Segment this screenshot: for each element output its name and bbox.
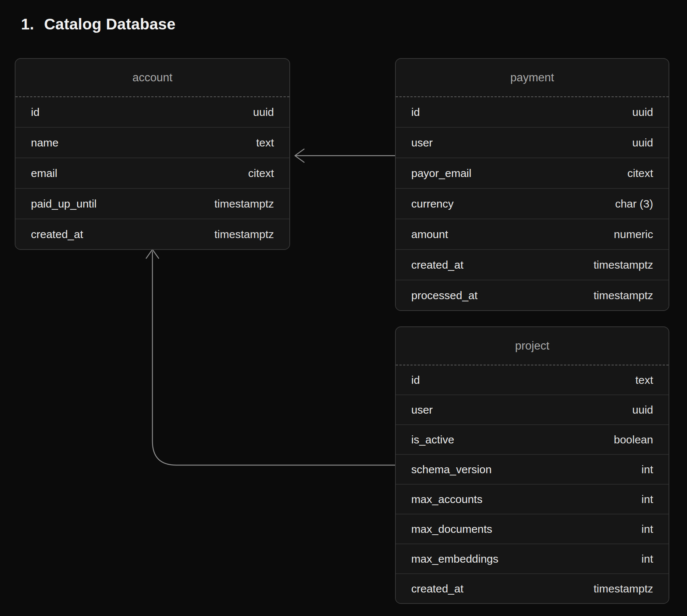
field-name: email bbox=[31, 167, 57, 180]
table-row: max_documentsint bbox=[396, 514, 669, 544]
relationship-project-account bbox=[146, 249, 395, 465]
field-type: int bbox=[641, 553, 653, 565]
table-row: created_attimestamptz bbox=[396, 249, 669, 280]
table-row: useruuid bbox=[396, 127, 669, 157]
field-name: name bbox=[31, 137, 59, 149]
field-type: timestamptz bbox=[593, 289, 653, 302]
field-type: int bbox=[641, 493, 653, 506]
field-name: id bbox=[31, 106, 39, 118]
field-type: char (3) bbox=[615, 198, 653, 210]
field-type: uuid bbox=[253, 106, 274, 118]
field-type: timestamptz bbox=[593, 259, 653, 271]
field-name: id bbox=[411, 374, 420, 386]
table-row: nametext bbox=[15, 127, 289, 157]
field-type: numeric bbox=[614, 228, 653, 241]
table-project-rows: idtextuseruuidis_activebooleanschema_ver… bbox=[396, 365, 669, 603]
field-name: max_documents bbox=[411, 523, 492, 535]
page-title-number: 1. bbox=[21, 15, 34, 33]
field-type: int bbox=[641, 463, 653, 476]
table-account-rows: iduuidnametextemailcitextpaid_up_untilti… bbox=[15, 97, 289, 249]
field-name: schema_version bbox=[411, 463, 492, 476]
field-type: citext bbox=[627, 167, 653, 180]
table-row: paid_up_untiltimestamptz bbox=[15, 188, 289, 219]
field-name: created_at bbox=[411, 259, 464, 271]
table-project[interactable]: project idtextuseruuidis_activebooleansc… bbox=[395, 326, 669, 604]
table-row: is_activeboolean bbox=[396, 424, 669, 454]
table-title: account bbox=[133, 71, 173, 84]
field-type: text bbox=[256, 137, 274, 149]
table-row: amountnumeric bbox=[396, 219, 669, 249]
table-row: schema_versionint bbox=[396, 454, 669, 484]
table-account[interactable]: account iduuidnametextemailcitextpaid_up… bbox=[15, 58, 290, 250]
field-name: created_at bbox=[411, 583, 464, 595]
field-name: user bbox=[411, 404, 433, 416]
field-type: uuid bbox=[632, 404, 653, 416]
field-type: boolean bbox=[614, 433, 653, 446]
field-name: payor_email bbox=[411, 167, 471, 180]
table-payment-rows: iduuiduseruuidpayor_emailcitextcurrencyc… bbox=[396, 97, 669, 310]
table-row: processed_attimestamptz bbox=[396, 280, 669, 310]
table-row: max_embeddingsint bbox=[396, 544, 669, 573]
field-name: max_accounts bbox=[411, 493, 482, 506]
relationship-line bbox=[152, 252, 395, 465]
table-row: created_attimestamptz bbox=[15, 219, 289, 249]
relationship-payment-account bbox=[295, 149, 395, 162]
table-title: payment bbox=[510, 71, 554, 84]
page-title-text: Catalog Database bbox=[44, 15, 176, 33]
field-type: uuid bbox=[632, 106, 653, 118]
field-name: paid_up_until bbox=[31, 198, 97, 210]
table-row: payor_emailcitext bbox=[396, 157, 669, 188]
table-row: emailcitext bbox=[15, 157, 289, 188]
field-type: citext bbox=[248, 167, 274, 180]
field-name: amount bbox=[411, 228, 448, 241]
field-name: user bbox=[411, 137, 433, 149]
field-name: id bbox=[411, 106, 420, 118]
table-row: iduuid bbox=[396, 97, 669, 127]
table-row: useruuid bbox=[396, 394, 669, 424]
field-type: timestamptz bbox=[214, 198, 274, 210]
table-row: created_attimestamptz bbox=[396, 573, 669, 603]
field-type: text bbox=[635, 374, 653, 386]
table-row: max_accountsint bbox=[396, 484, 669, 514]
table-title: project bbox=[515, 339, 549, 353]
field-type: uuid bbox=[632, 137, 653, 149]
field-name: currency bbox=[411, 198, 454, 210]
field-type: timestamptz bbox=[214, 228, 274, 241]
field-type: int bbox=[641, 523, 653, 535]
table-account-header[interactable]: account bbox=[15, 59, 289, 97]
page-title: 1. Catalog Database bbox=[21, 15, 176, 33]
field-name: is_active bbox=[411, 433, 454, 446]
diagram-canvas[interactable]: 1. Catalog Database account iduuidnamete… bbox=[0, 0, 687, 616]
table-row: idtext bbox=[396, 365, 669, 394]
table-row: iduuid bbox=[15, 97, 289, 127]
arrowhead-up-icon bbox=[146, 249, 159, 258]
table-payment[interactable]: payment iduuiduseruuidpayor_emailcitextc… bbox=[395, 58, 669, 311]
table-row: currencychar (3) bbox=[396, 188, 669, 219]
field-type: timestamptz bbox=[593, 583, 653, 595]
field-name: max_embeddings bbox=[411, 553, 498, 565]
table-payment-header[interactable]: payment bbox=[396, 59, 669, 97]
table-project-header[interactable]: project bbox=[396, 327, 669, 365]
field-name: processed_at bbox=[411, 289, 478, 302]
arrowhead-left-icon bbox=[295, 149, 304, 162]
field-name: created_at bbox=[31, 228, 83, 241]
